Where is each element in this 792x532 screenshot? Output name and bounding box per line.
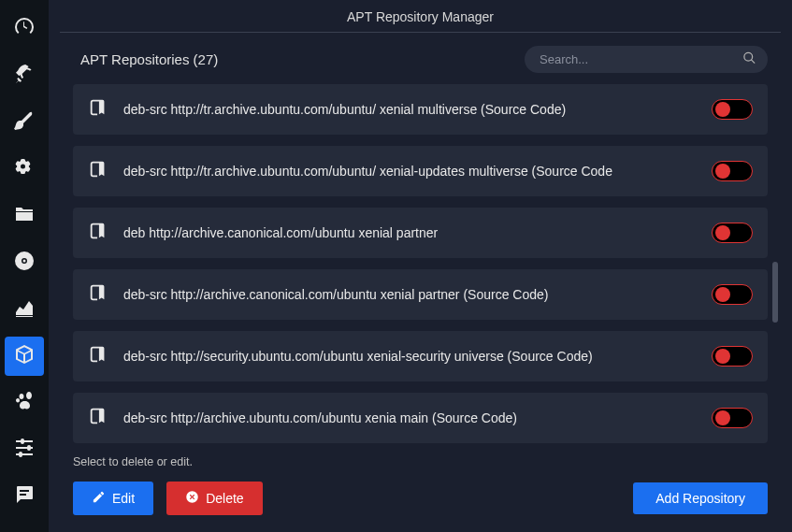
sidebar-item-startup[interactable] (5, 56, 44, 95)
disc-icon (13, 250, 36, 276)
repo-toggle[interactable] (712, 284, 753, 305)
brush-icon (13, 109, 36, 136)
page-title: APT Repository Manager (60, 9, 781, 24)
toggle-knob (715, 287, 730, 302)
header-divider (60, 32, 781, 33)
toggle-knob (715, 410, 730, 425)
search-icon (742, 50, 756, 68)
repo-book-icon (88, 282, 108, 307)
hint-text: Select to delete or edit. (60, 446, 781, 482)
sidebar-item-apt[interactable] (5, 337, 44, 376)
feedback-icon (13, 483, 36, 510)
repo-book-icon (88, 344, 108, 368)
repo-row[interactable]: deb-src http://tr.archive.ubuntu.com/ubu… (73, 84, 768, 135)
repo-book-icon (88, 221, 108, 245)
repo-book-icon (88, 97, 108, 122)
rocket-icon (13, 63, 36, 89)
repo-text: deb-src http://archive.canonical.com/ubu… (123, 287, 697, 302)
sidebar-item-processes[interactable] (5, 196, 44, 236)
toggle-knob (715, 225, 730, 240)
header-bar: APT Repository Manager (60, 0, 781, 32)
repo-book-icon (88, 406, 108, 430)
x-circle-icon (185, 490, 199, 507)
package-icon (13, 343, 36, 369)
sidebar-item-resources[interactable] (5, 290, 44, 329)
sidebar-item-gnome[interactable] (5, 383, 44, 423)
repo-toggle[interactable] (712, 408, 753, 428)
sidebar-item-cleaner[interactable] (5, 103, 44, 142)
footprint-icon (13, 390, 36, 416)
sidebar-item-feedback[interactable] (5, 477, 44, 516)
gauge-icon (13, 16, 36, 42)
sliders-icon (13, 437, 36, 463)
repo-text: deb-src http://archive.ubuntu.com/ubuntu… (123, 410, 697, 425)
repo-row[interactable]: deb http://archive.canonical.com/ubuntu … (73, 208, 768, 258)
folder-icon (13, 203, 36, 229)
subheader: APT Repositories (27) (60, 46, 781, 84)
scrollbar-thumb[interactable] (772, 262, 778, 323)
list-title: APT Repositories (27) (80, 51, 218, 67)
repo-row[interactable]: deb-src http://tr.archive.ubuntu.com/ubu… (73, 146, 768, 196)
repo-row[interactable]: deb-src http://security.ubuntu.com/ubunt… (73, 331, 768, 381)
search-wrap (525, 46, 768, 73)
svg-line-1 (751, 59, 755, 63)
repo-toggle[interactable] (712, 99, 753, 120)
main-panel: APT Repository Manager APT Repositories … (49, 0, 792, 532)
sidebar-item-settings[interactable] (5, 430, 44, 469)
toggle-knob (715, 102, 730, 117)
toggle-knob (715, 164, 730, 179)
repo-text: deb http://archive.canonical.com/ubuntu … (123, 225, 697, 240)
toggle-knob (715, 349, 730, 364)
repo-list: deb-src http://tr.archive.ubuntu.com/ubu… (60, 84, 781, 446)
svg-point-0 (744, 52, 753, 61)
footer-buttons: Edit Delete Add Repository (60, 482, 781, 532)
edit-button[interactable]: Edit (73, 482, 153, 515)
sidebar-item-dashboard[interactable] (5, 9, 44, 49)
sidebar (0, 0, 49, 532)
sidebar-item-services[interactable] (5, 150, 44, 189)
repo-text: deb-src http://security.ubuntu.com/ubunt… (123, 349, 697, 364)
repo-toggle[interactable] (712, 161, 753, 181)
add-label: Add Repository (655, 491, 745, 506)
repo-text: deb-src http://tr.archive.ubuntu.com/ubu… (123, 164, 697, 179)
edit-label: Edit (112, 491, 135, 506)
repo-toggle[interactable] (712, 223, 753, 243)
delete-button[interactable]: Delete (166, 482, 262, 515)
repo-book-icon (88, 159, 108, 183)
repo-row[interactable]: deb-src http://archive.ubuntu.com/ubuntu… (73, 393, 768, 443)
repo-toggle[interactable] (712, 346, 753, 367)
pencil-icon (92, 490, 106, 507)
chart-icon (13, 296, 36, 323)
repo-text: deb-src http://tr.archive.ubuntu.com/ubu… (123, 102, 697, 117)
sidebar-item-uninstaller[interactable] (5, 243, 44, 282)
search-input[interactable] (525, 46, 768, 73)
delete-label: Delete (206, 491, 243, 506)
gears-icon (13, 156, 36, 182)
repo-row[interactable]: deb-src http://archive.canonical.com/ubu… (73, 269, 768, 320)
add-repository-button[interactable]: Add Repository (633, 482, 768, 514)
